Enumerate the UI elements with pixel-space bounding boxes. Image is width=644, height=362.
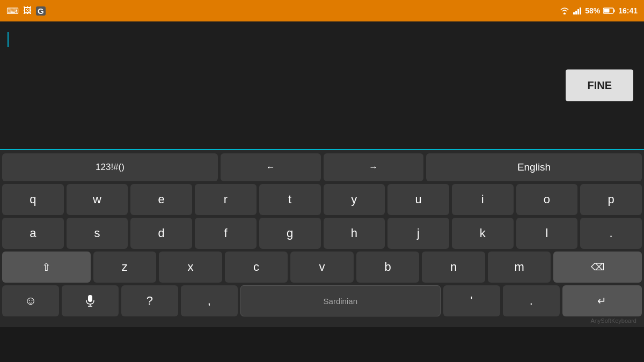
key-j[interactable]: j [387, 218, 449, 249]
special-row: 123!#() ← → English [2, 153, 642, 181]
key-t[interactable]: t [259, 184, 321, 215]
svg-rect-2 [577, 9, 579, 14]
key-x[interactable]: x [159, 252, 222, 283]
svg-rect-1 [575, 11, 577, 14]
keyboard-icon: ⌨ [6, 6, 19, 16]
left-arrow-key[interactable]: ← [221, 153, 321, 181]
right-arrow-key[interactable]: → [324, 153, 424, 181]
status-bar: ⌨ 🖼 G 58% 16:41 [0, 0, 644, 21]
key-m[interactable]: m [488, 252, 551, 283]
keyboard: 123!#() ← → English q w e r t y u i o p … [0, 150, 644, 327]
text-cursor [8, 32, 9, 47]
key-p[interactable]: p [580, 184, 642, 215]
key-d[interactable]: d [130, 218, 192, 249]
key-v[interactable]: v [290, 252, 354, 283]
key-k[interactable]: k [452, 218, 514, 249]
svg-rect-6 [604, 9, 610, 13]
key-f[interactable]: f [195, 218, 257, 249]
svg-rect-0 [573, 12, 575, 14]
fine-button[interactable]: FINE [566, 70, 633, 101]
key-u[interactable]: u [387, 184, 449, 215]
branding: AnySoftKeyboard [2, 317, 642, 325]
text-area[interactable]: FINE [0, 21, 644, 150]
key-n[interactable]: n [422, 252, 485, 283]
svg-rect-7 [88, 295, 92, 302]
row-qp: q w e r t y u i o p [2, 184, 642, 215]
key-g[interactable]: g [259, 218, 321, 249]
key-o[interactable]: o [516, 184, 578, 215]
key-c[interactable]: c [225, 252, 288, 283]
row-zm: ⇧ z x c v b n m ⌫ [2, 252, 642, 283]
key-s[interactable]: s [67, 218, 128, 249]
grammarly-icon: G [36, 6, 46, 16]
clock: 16:41 [618, 6, 638, 15]
mic-key[interactable] [62, 285, 119, 316]
shift-key[interactable]: ⇧ [2, 252, 91, 283]
apostrophe-key[interactable]: ' [443, 285, 500, 316]
numbers-key[interactable]: 123!#() [2, 153, 218, 181]
key-i[interactable]: i [452, 184, 514, 215]
battery-icon [603, 8, 615, 14]
language-key[interactable]: English [426, 153, 642, 181]
key-z[interactable]: z [93, 252, 157, 283]
key-q[interactable]: q [2, 184, 64, 215]
question-key[interactable]: ? [121, 285, 178, 316]
image-icon: 🖼 [23, 6, 32, 16]
comma-key[interactable]: , [181, 285, 238, 316]
key-r[interactable]: r [195, 184, 257, 215]
key-h[interactable]: h [324, 218, 385, 249]
key-l[interactable]: l [516, 218, 578, 249]
wifi-icon [559, 7, 570, 14]
battery-percent: 58% [585, 6, 600, 15]
emoji-key[interactable]: ☺ [2, 285, 59, 316]
enter-key[interactable]: ↵ [562, 285, 642, 316]
row-al: a s d f g h j k l . [2, 218, 642, 249]
status-right: 58% 16:41 [559, 6, 638, 15]
signal-icon [573, 7, 582, 14]
key-b[interactable]: b [356, 252, 420, 283]
svg-rect-3 [580, 8, 581, 14]
key-w[interactable]: w [67, 184, 128, 215]
backspace-key[interactable]: ⌫ [553, 252, 642, 283]
dot-bottom-key[interactable]: . [503, 285, 560, 316]
key-period[interactable]: . [580, 218, 642, 249]
svg-rect-5 [614, 10, 615, 12]
status-left: ⌨ 🖼 G [6, 6, 46, 16]
key-e[interactable]: e [130, 184, 192, 215]
key-y[interactable]: y [324, 184, 385, 215]
spacebar-key[interactable]: Sardinian [240, 285, 441, 316]
key-a[interactable]: a [2, 218, 64, 249]
row-bottom: ☺ ? , Sardinian ' . ↵ [2, 285, 642, 316]
